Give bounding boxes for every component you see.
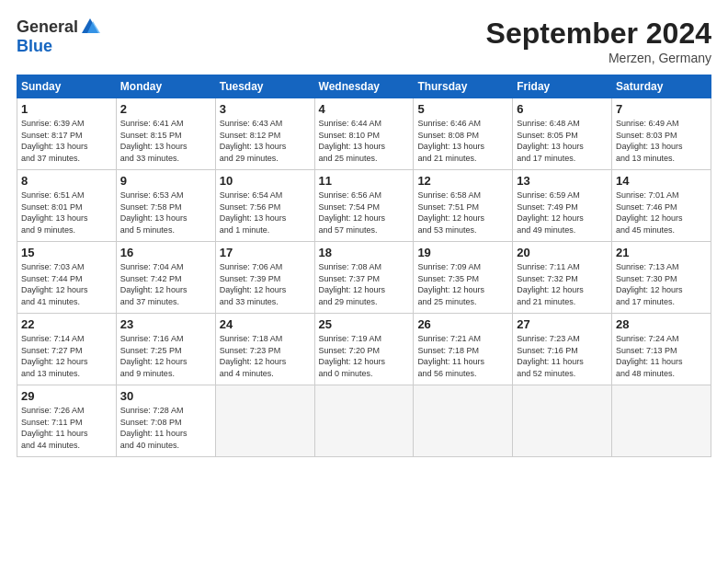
day-number: 6: [517, 102, 608, 116]
calendar-row: 22Sunrise: 7:14 AM Sunset: 7:27 PM Dayli…: [17, 314, 711, 385]
table-row: 25Sunrise: 7:19 AM Sunset: 7:20 PM Dayli…: [314, 314, 414, 385]
day-info: Sunrise: 7:09 AM Sunset: 7:35 PM Dayligh…: [417, 261, 508, 307]
table-row: 27Sunrise: 7:23 AM Sunset: 7:16 PM Dayli…: [513, 314, 612, 385]
th-saturday: Saturday: [612, 75, 711, 98]
day-number: 21: [616, 246, 707, 259]
day-number: 19: [417, 246, 508, 259]
day-number: 26: [417, 317, 508, 331]
table-row: 10Sunrise: 6:54 AM Sunset: 7:56 PM Dayli…: [215, 170, 314, 242]
day-info: Sunrise: 7:14 AM Sunset: 7:27 PM Dayligh…: [21, 333, 112, 379]
day-number: 16: [120, 246, 211, 259]
table-row: 30Sunrise: 7:28 AM Sunset: 7:08 PM Dayli…: [116, 385, 215, 457]
table-row: [612, 385, 711, 457]
table-row: 7Sunrise: 6:49 AM Sunset: 8:03 PM Daylig…: [612, 98, 711, 170]
table-row: [314, 385, 414, 457]
table-row: 17Sunrise: 7:06 AM Sunset: 7:39 PM Dayli…: [215, 242, 314, 314]
th-monday: Monday: [116, 75, 215, 98]
table-row: 26Sunrise: 7:21 AM Sunset: 7:18 PM Dayli…: [414, 314, 513, 385]
logo-icon: [80, 17, 100, 37]
table-row: 18Sunrise: 7:08 AM Sunset: 7:37 PM Dayli…: [314, 242, 414, 314]
day-info: Sunrise: 6:46 AM Sunset: 8:08 PM Dayligh…: [417, 118, 508, 164]
table-row: 14Sunrise: 7:01 AM Sunset: 7:46 PM Dayli…: [612, 170, 711, 242]
logo: General Blue: [17, 17, 100, 56]
calendar-table: Sunday Monday Tuesday Wednesday Thursday…: [17, 75, 711, 457]
day-number: 25: [319, 317, 410, 331]
day-number: 28: [616, 317, 707, 331]
day-info: Sunrise: 7:13 AM Sunset: 7:30 PM Dayligh…: [616, 261, 707, 307]
day-number: 14: [616, 174, 707, 188]
day-info: Sunrise: 7:11 AM Sunset: 7:32 PM Dayligh…: [517, 261, 608, 307]
day-info: Sunrise: 6:41 AM Sunset: 8:15 PM Dayligh…: [120, 118, 211, 164]
day-number: 4: [319, 102, 410, 116]
table-row: 28Sunrise: 7:24 AM Sunset: 7:13 PM Dayli…: [612, 314, 711, 385]
day-info: Sunrise: 6:48 AM Sunset: 8:05 PM Dayligh…: [517, 118, 608, 164]
table-row: 24Sunrise: 7:18 AM Sunset: 7:23 PM Dayli…: [215, 314, 314, 385]
table-row: [414, 385, 513, 457]
day-number: 11: [319, 174, 410, 188]
calendar-row: 1Sunrise: 6:39 AM Sunset: 8:17 PM Daylig…: [17, 98, 711, 170]
day-number: 22: [21, 317, 112, 331]
day-info: Sunrise: 6:39 AM Sunset: 8:17 PM Dayligh…: [21, 118, 112, 164]
day-number: 30: [120, 389, 211, 403]
th-tuesday: Tuesday: [215, 75, 314, 98]
day-info: Sunrise: 6:59 AM Sunset: 7:49 PM Dayligh…: [517, 190, 608, 236]
th-sunday: Sunday: [17, 75, 117, 98]
day-info: Sunrise: 6:58 AM Sunset: 7:51 PM Dayligh…: [417, 190, 508, 236]
table-row: 6Sunrise: 6:48 AM Sunset: 8:05 PM Daylig…: [513, 98, 612, 170]
day-info: Sunrise: 6:51 AM Sunset: 8:01 PM Dayligh…: [21, 190, 112, 236]
day-number: 17: [220, 246, 311, 259]
day-number: 15: [21, 246, 112, 259]
table-row: 13Sunrise: 6:59 AM Sunset: 7:49 PM Dayli…: [513, 170, 612, 242]
day-info: Sunrise: 7:28 AM Sunset: 7:08 PM Dayligh…: [120, 405, 211, 451]
table-row: 19Sunrise: 7:09 AM Sunset: 7:35 PM Dayli…: [414, 242, 513, 314]
day-info: Sunrise: 7:24 AM Sunset: 7:13 PM Dayligh…: [616, 333, 707, 379]
table-row: 22Sunrise: 7:14 AM Sunset: 7:27 PM Dayli…: [17, 314, 117, 385]
table-row: 5Sunrise: 6:46 AM Sunset: 8:08 PM Daylig…: [414, 98, 513, 170]
table-row: 23Sunrise: 7:16 AM Sunset: 7:25 PM Dayli…: [116, 314, 215, 385]
day-info: Sunrise: 7:06 AM Sunset: 7:39 PM Dayligh…: [220, 261, 311, 307]
day-info: Sunrise: 7:26 AM Sunset: 7:11 PM Dayligh…: [21, 405, 112, 451]
table-row: [215, 385, 314, 457]
logo-blue-text: Blue: [17, 37, 52, 55]
table-row: 16Sunrise: 7:04 AM Sunset: 7:42 PM Dayli…: [116, 242, 215, 314]
day-info: Sunrise: 7:21 AM Sunset: 7:18 PM Dayligh…: [417, 333, 508, 379]
calendar-row: 15Sunrise: 7:03 AM Sunset: 7:44 PM Dayli…: [17, 242, 711, 314]
calendar-row: 29Sunrise: 7:26 AM Sunset: 7:11 PM Dayli…: [17, 385, 711, 457]
logo-general-text: General: [17, 17, 78, 37]
day-info: Sunrise: 7:18 AM Sunset: 7:23 PM Dayligh…: [220, 333, 311, 379]
day-info: Sunrise: 7:23 AM Sunset: 7:16 PM Dayligh…: [517, 333, 608, 379]
day-number: 27: [517, 317, 608, 331]
day-info: Sunrise: 7:08 AM Sunset: 7:37 PM Dayligh…: [319, 261, 410, 307]
table-row: 3Sunrise: 6:43 AM Sunset: 8:12 PM Daylig…: [215, 98, 314, 170]
day-info: Sunrise: 7:16 AM Sunset: 7:25 PM Dayligh…: [120, 333, 211, 379]
header: General Blue September 2024 Merzen, Germ…: [17, 17, 711, 65]
day-info: Sunrise: 6:53 AM Sunset: 7:58 PM Dayligh…: [120, 190, 211, 236]
th-wednesday: Wednesday: [314, 75, 414, 98]
day-info: Sunrise: 6:44 AM Sunset: 8:10 PM Dayligh…: [319, 118, 410, 164]
day-number: 20: [517, 246, 608, 259]
table-row: 1Sunrise: 6:39 AM Sunset: 8:17 PM Daylig…: [17, 98, 117, 170]
day-number: 2: [120, 102, 211, 116]
table-row: 4Sunrise: 6:44 AM Sunset: 8:10 PM Daylig…: [314, 98, 414, 170]
th-friday: Friday: [513, 75, 612, 98]
table-row: 2Sunrise: 6:41 AM Sunset: 8:15 PM Daylig…: [116, 98, 215, 170]
day-info: Sunrise: 7:04 AM Sunset: 7:42 PM Dayligh…: [120, 261, 211, 307]
day-info: Sunrise: 6:49 AM Sunset: 8:03 PM Dayligh…: [616, 118, 707, 164]
page: General Blue September 2024 Merzen, Germ…: [0, 0, 728, 466]
day-number: 3: [220, 102, 311, 116]
day-info: Sunrise: 7:03 AM Sunset: 7:44 PM Dayligh…: [21, 261, 112, 307]
day-number: 24: [220, 317, 311, 331]
table-row: 21Sunrise: 7:13 AM Sunset: 7:30 PM Dayli…: [612, 242, 711, 314]
day-number: 8: [21, 174, 112, 188]
table-row: 20Sunrise: 7:11 AM Sunset: 7:32 PM Dayli…: [513, 242, 612, 314]
day-number: 12: [417, 174, 508, 188]
table-row: 9Sunrise: 6:53 AM Sunset: 7:58 PM Daylig…: [116, 170, 215, 242]
title-block: September 2024 Merzen, Germany: [486, 17, 711, 65]
month-title: September 2024: [486, 17, 711, 51]
day-number: 1: [21, 102, 112, 116]
day-number: 13: [517, 174, 608, 188]
table-row: 29Sunrise: 7:26 AM Sunset: 7:11 PM Dayli…: [17, 385, 117, 457]
day-number: 7: [616, 102, 707, 116]
table-row: 8Sunrise: 6:51 AM Sunset: 8:01 PM Daylig…: [17, 170, 117, 242]
header-row: Sunday Monday Tuesday Wednesday Thursday…: [17, 75, 711, 98]
